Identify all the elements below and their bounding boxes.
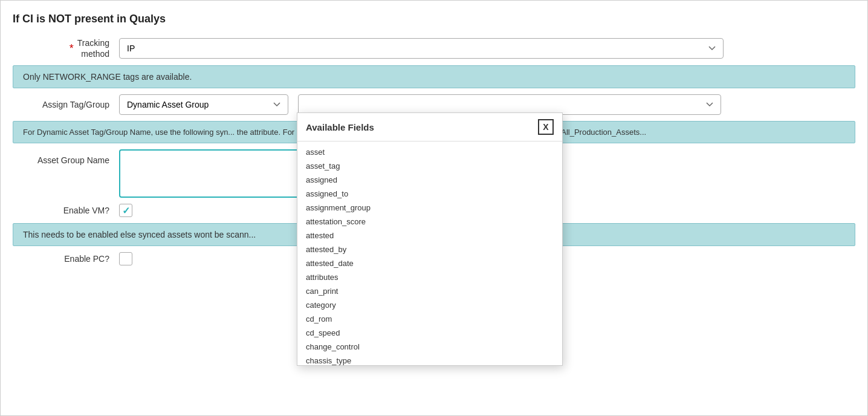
popup-title: Available Fields	[306, 122, 374, 132]
enable-vm-checkbox[interactable]: ✓	[119, 204, 132, 217]
enable-pc-checkbox[interactable]	[119, 252, 132, 265]
popup-field-item[interactable]: attested_by	[297, 242, 562, 256]
popup-field-item[interactable]: assigned_to	[297, 187, 562, 201]
enable-vm-label: Enable VM?	[13, 206, 109, 215]
popup-field-item[interactable]: cd_rom	[297, 312, 562, 326]
enable-pc-label: Enable PC?	[13, 254, 109, 264]
popup-field-item[interactable]: attested_date	[297, 256, 562, 270]
close-icon: X	[543, 122, 548, 132]
popup-field-item[interactable]: change_control	[297, 340, 562, 354]
assign-type-select[interactable]: Dynamic Asset Group Static Asset Group T…	[119, 94, 288, 115]
popup-field-item[interactable]: assigned	[297, 173, 562, 187]
asset-group-name-label: Asset Group Name	[13, 149, 109, 165]
tracking-method-select[interactable]: IP DNS NETBIOS EC2	[119, 38, 724, 59]
tracking-method-row: * Trackingmethod IP DNS NETBIOS EC2	[13, 37, 855, 59]
tracking-method-label: Trackingmethod	[77, 37, 109, 59]
popup-field-item[interactable]: attested	[297, 229, 562, 242]
checkmark-icon: ✓	[122, 205, 130, 216]
tracking-method-label-cell: * Trackingmethod	[13, 37, 109, 59]
popup-field-item[interactable]: attributes	[297, 270, 562, 284]
page-title: If CI is NOT present in Qualys	[13, 13, 855, 25]
assign-tag-group-label: Assign Tag/Group	[13, 100, 109, 109]
popup-field-item[interactable]: asset_tag	[297, 159, 562, 173]
popup-field-item[interactable]: cd_speed	[297, 326, 562, 340]
popup-header: Available Fields X	[297, 113, 562, 141]
popup-field-item[interactable]: chassis_type	[297, 354, 562, 365]
page-container: If CI is NOT present in Qualys * Trackin…	[0, 0, 868, 416]
popup-field-item[interactable]: can_print	[297, 284, 562, 298]
network-range-banner: Only NETWORK_RANGE tags are available.	[13, 65, 855, 88]
required-star: *	[70, 43, 74, 54]
popup-field-item[interactable]: attestation_score	[297, 215, 562, 229]
popup-field-item[interactable]: category	[297, 298, 562, 312]
popup-field-item[interactable]: asset	[297, 145, 562, 159]
popup-fields-list[interactable]: assetasset_tagassignedassigned_toassignm…	[297, 141, 562, 365]
popup-close-button[interactable]: X	[538, 119, 554, 135]
available-fields-popup: Available Fields X assetasset_tagassigne…	[297, 112, 563, 366]
popup-field-item[interactable]: assignment_group	[297, 201, 562, 215]
